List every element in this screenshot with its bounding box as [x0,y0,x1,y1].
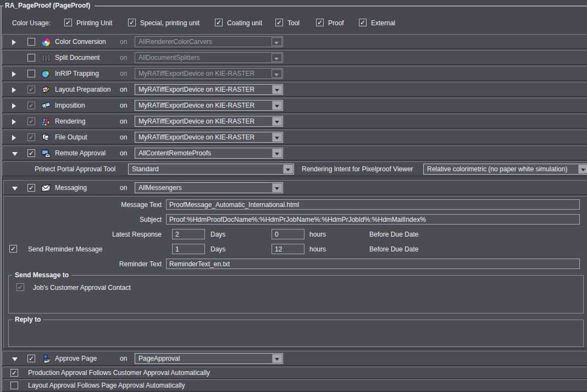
expand-arrow-icon[interactable] [12,103,16,109]
production-approval-checkbox[interactable] [10,369,18,377]
step-target-dropdown[interactable]: PageApproval [135,353,283,364]
on-label: on [120,38,127,46]
step-target-dropdown: AllDocumentSplitters [135,52,283,63]
step-checkbox[interactable] [27,355,35,362]
step-target-dropdown: MyRATiffExportDevice on KIE-RASTER [135,68,283,79]
dropdown-value: AllDocumentSplitters [139,54,270,61]
step-checkbox[interactable] [27,70,35,77]
dropdown-arrow[interactable] [272,354,282,363]
subject-input[interactable] [166,214,580,225]
step-row-inrip-trapping: InRIP Trapping on MyRATiffExportDevice o… [2,66,587,81]
step-target-dropdown[interactable]: MyRATiffExportDevice on KIE-RASTER [135,84,283,95]
split-document-icon [41,53,51,63]
days-label: Days [211,245,225,253]
subject-label: Subject [4,216,162,223]
step-target-dropdown[interactable]: MyRATiffExportDevice on KIE-RASTER [135,116,283,127]
before-due-date-label: Before Due Date [369,245,418,253]
approval-stamp-icon [41,354,51,363]
dropdown-value: MyRATiffExportDevice on KIE-RASTER [139,133,270,141]
hours-label: hours [309,245,326,253]
step-checkbox [27,133,35,141]
remote-approval-options-row: Prinect Portal Approval Tool Standard Re… [2,161,587,176]
color-usage-label: Color Usage: [12,19,51,27]
hours-label: hours [309,231,326,238]
expand-arrow-icon[interactable] [12,135,16,141]
checkbox-coating-unit[interactable] [215,19,223,26]
dropdown-value: MyRATiffExportDevice on KIE-RASTER [139,86,270,93]
step-row-layout-preparation: Layout Preparation on MyRATiffExportDevi… [2,82,587,97]
latest-response-hours-input[interactable] [272,229,304,239]
dropdown-value: AllMessengers [139,184,270,192]
step-row-approve-page: Approve Page on PageApproval [2,351,587,366]
step-target-dropdown[interactable]: AllContentRemoteProofs [135,148,283,159]
step-label: Imposition [55,102,85,109]
checkbox-label: Printing Unit [76,19,112,27]
dropdown-arrow[interactable] [272,85,282,94]
step-row-messaging: Messaging on AllMessengers [3,180,587,195]
latest-response-days-input[interactable] [172,229,205,239]
expand-arrow-icon[interactable] [12,187,18,191]
latest-response-label: Latest Response [4,231,162,238]
reminder-text-input[interactable] [166,259,580,269]
reminder-hours-input[interactable] [272,244,304,254]
step-label: Split Document [55,54,99,61]
group-title: Send Message to [12,271,71,279]
expand-arrow-icon[interactable] [12,71,16,77]
step-target-dropdown[interactable]: AllMessengers [135,182,283,193]
on-label: on [120,102,127,109]
expand-arrow-icon[interactable] [12,357,18,361]
customer-approval-contact-checkbox [16,283,24,291]
dropdown-arrow [272,37,282,46]
portal-tool-label: Prinect Portal Approval Tool [35,165,115,173]
group-title: Reply to [12,316,43,323]
rendering-intent-dropdown[interactable]: Relative colorimetric (no paper white si… [423,164,587,175]
dropdown-arrow[interactable] [272,117,282,126]
expand-arrow-icon[interactable] [12,152,18,156]
expand-arrow-icon[interactable] [12,40,16,45]
expand-arrow-icon[interactable] [12,119,16,125]
send-reminder-label: Send Reminder Message [28,245,102,253]
checkbox-label: External [371,19,395,27]
checkbox-proof[interactable] [316,19,324,26]
checkbox-label: Job's Customer Approval Contact [33,284,131,292]
layout-approval-checkbox[interactable] [10,382,18,389]
dropdown-arrow [272,53,282,62]
checkbox-label: Coating unit [227,19,262,27]
step-checkbox[interactable] [27,54,35,61]
checkbox-external[interactable] [359,19,367,26]
checkbox-printing-unit[interactable] [64,19,72,26]
step-target-dropdown[interactable]: MyRATiffExportDevice on KIE-RASTER [135,100,283,111]
dropdown-value: Standard [132,165,281,173]
on-label: on [120,184,127,192]
step-label: Rendering [55,117,85,125]
on-label: on [120,133,127,141]
reminder-days-input[interactable] [172,244,205,254]
reply-to-group: Reply to [8,320,584,347]
step-row-color-conversion: Color Conversion on AllRendererColorCarv… [2,34,587,49]
dropdown-arrow[interactable] [283,165,293,173]
dropdown-arrow[interactable] [272,183,282,192]
dropdown-arrow[interactable] [272,149,282,158]
pageproof-settings-panel: RA_PageProof (PageProof) Color Usage: Pr… [0,0,587,392]
expand-arrow-icon[interactable] [12,87,16,93]
checkbox-label: Production Approval Follows Customer App… [28,369,210,377]
checkbox-label: Layout Approval Follows Page Approval Au… [28,382,185,389]
checkbox-special-printing-unit[interactable] [128,19,136,26]
step-target-dropdown[interactable]: MyRATiffExportDevice on KIE-RASTER [135,132,283,143]
dropdown-arrow[interactable] [272,133,282,142]
send-message-to-group: Send Message to Job's Customer Approval … [8,275,584,313]
step-label: Approve Page [55,355,97,362]
dropdown-arrow[interactable] [578,165,587,173]
dropdown-arrow[interactable] [272,101,282,110]
step-checkbox [27,102,35,109]
step-row-imposition: Imposition on MyRATiffExportDevice on KI… [2,98,587,113]
portal-tool-dropdown[interactable]: Standard [128,164,294,175]
message-text-input[interactable] [166,199,580,210]
send-reminder-checkbox[interactable] [9,245,17,253]
step-checkbox[interactable] [27,184,35,192]
step-checkbox[interactable] [27,38,35,46]
checkbox-tool[interactable] [275,19,283,26]
dropdown-value: MyRATiffExportDevice on KIE-RASTER [139,117,270,125]
step-checkbox[interactable] [27,149,35,157]
step-checkbox [27,86,35,93]
